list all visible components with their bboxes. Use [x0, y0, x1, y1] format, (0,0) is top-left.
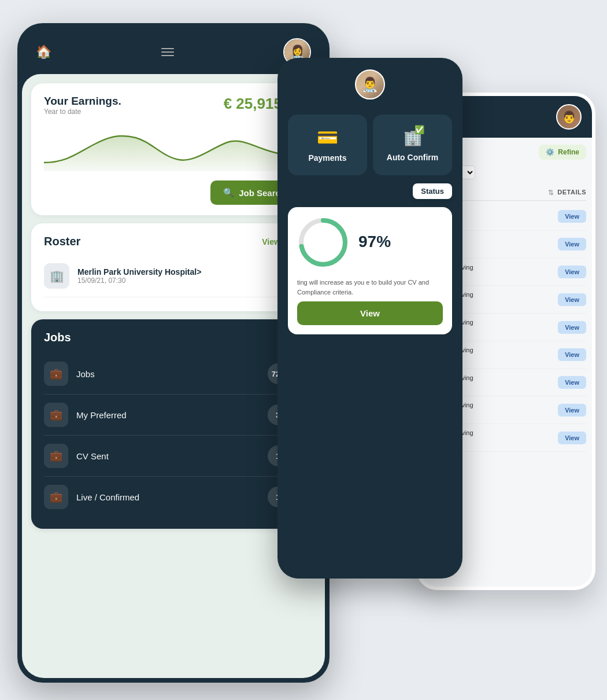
payments-label: Payments: [308, 153, 346, 163]
building-icon: 🏢: [44, 263, 69, 289]
row-view-button[interactable]: View: [558, 293, 586, 306]
roster-date: 15/09/21, 07:30: [77, 277, 201, 285]
row-view-button[interactable]: View: [558, 376, 586, 389]
roster-divider: [44, 297, 303, 297]
percent-text: 97%: [358, 233, 391, 251]
row-view-button[interactable]: View: [558, 238, 586, 250]
job-item-cvsent[interactable]: 💼 CV Sent 1 ›: [44, 436, 303, 477]
filter-icon: ⚙️: [546, 148, 554, 156]
refine-button[interactable]: ⚙️ Refine: [539, 145, 586, 160]
jobs-title: Jobs: [44, 331, 303, 344]
phone2-screen: 👨‍⚕️ 💳 Payments 🏢 ✅ Auto Confirm Status: [281, 61, 459, 575]
phone2-header: 👨‍⚕️: [281, 61, 459, 108]
briefcase-icon-4: 💼: [44, 485, 68, 509]
sort-icon: ⇅: [548, 189, 554, 197]
donut-chart: [297, 216, 349, 271]
earnings-subtitle: Year to date: [44, 108, 121, 116]
roster-header: Roster View All →: [44, 235, 303, 248]
job-label-confirmed: Live / Confirmed: [76, 492, 260, 502]
job-item-jobs[interactable]: 💼 Jobs 723 ›: [44, 353, 303, 395]
row-view-button[interactable]: View: [558, 266, 586, 278]
avatar-phone3[interactable]: 👨: [556, 104, 582, 130]
earnings-chart: [44, 125, 303, 171]
job-label-jobs: Jobs: [76, 369, 260, 379]
row-view-button[interactable]: View: [558, 348, 586, 361]
briefcase-icon-2: 💼: [44, 403, 68, 427]
search-icon: 🔍: [223, 187, 234, 198]
briefcase-icon-3: 💼: [44, 444, 68, 468]
payments-icon: 💳: [317, 127, 338, 148]
col-details-label: DETAILS: [557, 189, 586, 197]
status-section: 97% ting will increase as you e to build…: [288, 207, 452, 334]
avatar-phone2[interactable]: 👨‍⚕️: [355, 69, 385, 100]
roster-name: Merlin Park University Hospital>: [77, 267, 201, 277]
job-label-preferred: My Preferred: [76, 410, 260, 420]
row-view-button[interactable]: View: [558, 321, 586, 334]
autoconfirm-card[interactable]: 🏢 ✅ Auto Confirm: [373, 115, 452, 175]
phone2-device: 👨‍⚕️ 💳 Payments 🏢 ✅ Auto Confirm Status: [277, 58, 462, 579]
autoconfirm-label: Auto Confirm: [387, 153, 438, 162]
job-item-confirmed[interactable]: 💼 Live / Confirmed 1 ›: [44, 477, 303, 517]
row-view-button[interactable]: View: [558, 404, 586, 417]
roster-title: Roster: [44, 235, 80, 248]
phone1-header: 🏠 👩‍⚕️: [22, 28, 325, 74]
status-view-button[interactable]: View: [297, 301, 443, 325]
row-view-button[interactable]: View: [558, 210, 586, 223]
row-view-button[interactable]: View: [558, 432, 586, 444]
earnings-title: Your Earnings.: [44, 95, 121, 108]
autoconfirm-icon: 🏢 ✅: [404, 127, 422, 147]
home-icon[interactable]: 🏠: [36, 45, 51, 60]
status-header: Status: [288, 181, 452, 201]
menu-icon[interactable]: [161, 48, 174, 56]
refine-label: Refine: [558, 148, 579, 156]
earnings-card: Your Earnings. Year to date € 25,915.50: [31, 83, 316, 215]
payments-card[interactable]: 💳 Payments: [288, 115, 367, 175]
job-item-preferred[interactable]: 💼 My Preferred 3 ›: [44, 395, 303, 436]
jobs-card: Jobs 💼 Jobs 723 › 💼 My Preferred 3 › 💼 C…: [31, 319, 316, 529]
donut-container: 97%: [297, 216, 443, 271]
roster-item[interactable]: 🏢 Merlin Park University Hospital> 15/09…: [44, 257, 303, 294]
phone2-content: 💳 Payments 🏢 ✅ Auto Confirm Status: [281, 108, 459, 341]
earnings-top: Your Earnings. Year to date € 25,915.50: [44, 95, 303, 123]
briefcase-icon: 💼: [44, 362, 68, 386]
status-description: ting will increase as you e to build you…: [297, 278, 443, 297]
job-label-cvsent: CV Sent: [76, 451, 260, 461]
status-badge: Status: [413, 183, 452, 199]
roster-card: Roster View All → 🏢 Merlin Park Universi…: [31, 223, 316, 311]
